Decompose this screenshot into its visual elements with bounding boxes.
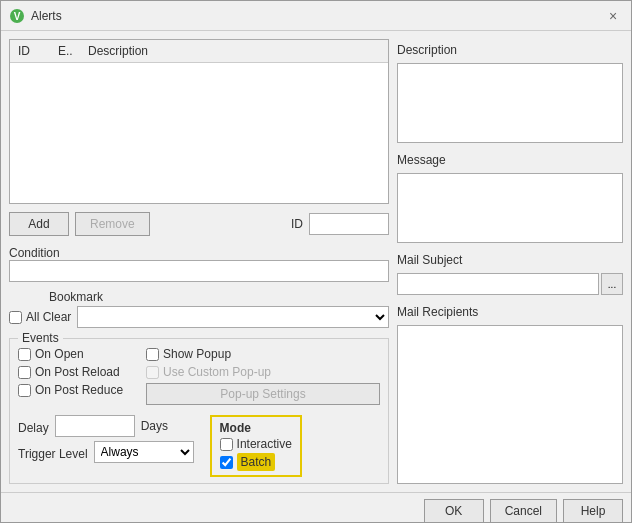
on-post-reduce-label: On Post Reduce bbox=[35, 383, 123, 397]
remove-button[interactable]: Remove bbox=[75, 212, 150, 236]
on-post-reduce-row: On Post Reduce bbox=[18, 383, 138, 397]
mail-subject-input[interactable] bbox=[397, 273, 599, 295]
bookmark-row: Bookmark bbox=[9, 290, 389, 304]
on-open-label: On Open bbox=[35, 347, 84, 361]
use-custom-popup-row: Use Custom Pop-up bbox=[146, 365, 380, 379]
left-panel: ID E.. Description Add Remove ID Conditi… bbox=[9, 39, 389, 484]
message-textarea[interactable] bbox=[397, 173, 623, 243]
use-custom-popup-checkbox[interactable] bbox=[146, 366, 159, 379]
mail-subject-row: ... bbox=[397, 273, 623, 295]
help-button[interactable]: Help bbox=[563, 499, 623, 523]
interactive-row: Interactive bbox=[220, 437, 292, 451]
col-description: Description bbox=[84, 42, 384, 60]
id-field-label: ID bbox=[291, 217, 303, 231]
all-clear-row: All Clear bbox=[9, 306, 389, 328]
show-popup-checkbox[interactable] bbox=[146, 348, 159, 361]
col-id: ID bbox=[14, 42, 54, 60]
show-popup-label: Show Popup bbox=[163, 347, 231, 361]
batch-row: Batch bbox=[220, 453, 292, 471]
batch-checkbox[interactable] bbox=[220, 456, 233, 469]
all-clear-checkbox[interactable] bbox=[9, 311, 22, 324]
description-label: Description bbox=[397, 43, 623, 57]
interactive-checkbox[interactable] bbox=[220, 438, 233, 451]
interactive-label: Interactive bbox=[237, 437, 292, 451]
bookmark-label: Bookmark bbox=[49, 290, 103, 304]
dialog-body: ID E.. Description Add Remove ID Conditi… bbox=[1, 31, 631, 492]
condition-section: Condition bbox=[9, 242, 389, 282]
title-bar: V Alerts × bbox=[1, 1, 631, 31]
condition-input[interactable] bbox=[9, 260, 389, 282]
cancel-button[interactable]: Cancel bbox=[490, 499, 557, 523]
mode-group: Mode Interactive Batch bbox=[210, 415, 302, 477]
on-open-checkbox[interactable] bbox=[18, 348, 31, 361]
on-post-reduce-checkbox[interactable] bbox=[18, 384, 31, 397]
table-header: ID E.. Description bbox=[10, 40, 388, 63]
popup-settings-button[interactable]: Pop-up Settings bbox=[146, 383, 380, 405]
on-open-row: On Open bbox=[18, 347, 138, 361]
batch-label: Batch bbox=[237, 453, 276, 471]
events-right: Show Popup Use Custom Pop-up Pop-up Sett… bbox=[146, 347, 380, 405]
use-custom-popup-label: Use Custom Pop-up bbox=[163, 365, 271, 379]
trigger-level-label: Trigger Level bbox=[18, 447, 88, 461]
svg-text:V: V bbox=[14, 11, 21, 22]
all-clear-checkbox-row: All Clear bbox=[9, 310, 71, 324]
col-e: E.. bbox=[54, 42, 84, 60]
trigger-level-select[interactable]: Always bbox=[94, 441, 194, 463]
delay-trigger-section: Delay Days Trigger Level Always bbox=[18, 411, 194, 463]
all-clear-label: All Clear bbox=[26, 310, 71, 324]
description-textarea[interactable] bbox=[397, 63, 623, 143]
delay-label: Delay bbox=[18, 421, 49, 435]
events-group: Events On Open On Post Reload bbox=[9, 338, 389, 484]
on-post-reload-label: On Post Reload bbox=[35, 365, 120, 379]
alerts-table[interactable]: ID E.. Description bbox=[9, 39, 389, 204]
show-popup-row: Show Popup bbox=[146, 347, 380, 361]
add-button[interactable]: Add bbox=[9, 212, 69, 236]
days-label: Days bbox=[141, 419, 168, 433]
ok-button[interactable]: OK bbox=[424, 499, 484, 523]
mode-title: Mode bbox=[220, 421, 292, 435]
message-label: Message bbox=[397, 153, 623, 167]
events-inner: On Open On Post Reload On Post Reduce bbox=[18, 347, 380, 405]
bottom-row: OK Cancel Help bbox=[1, 492, 631, 523]
mail-subject-browse-button[interactable]: ... bbox=[601, 273, 623, 295]
mail-recipients-label: Mail Recipients bbox=[397, 305, 623, 319]
condition-label: Condition bbox=[9, 246, 389, 260]
add-remove-row: Add Remove ID bbox=[9, 212, 389, 236]
close-button[interactable]: × bbox=[603, 6, 623, 26]
delay-row: Delay Days bbox=[18, 415, 194, 437]
mail-subject-label: Mail Subject bbox=[397, 253, 623, 267]
trigger-row: Trigger Level Always bbox=[18, 441, 194, 463]
right-panel: Description Message Mail Subject ... Mai… bbox=[397, 39, 623, 484]
dialog-title: Alerts bbox=[31, 9, 62, 23]
mail-recipients-textarea[interactable] bbox=[397, 325, 623, 484]
app-icon: V bbox=[9, 8, 25, 24]
on-post-reload-checkbox[interactable] bbox=[18, 366, 31, 379]
events-title: Events bbox=[18, 331, 63, 345]
bookmark-section: Bookmark All Clear bbox=[9, 288, 389, 328]
bookmark-select[interactable] bbox=[77, 306, 389, 328]
events-left: On Open On Post Reload On Post Reduce bbox=[18, 347, 138, 405]
on-post-reload-row: On Post Reload bbox=[18, 365, 138, 379]
delay-input[interactable] bbox=[55, 415, 135, 437]
id-input[interactable] bbox=[309, 213, 389, 235]
alerts-dialog: V Alerts × ID E.. Description Add Remove… bbox=[0, 0, 632, 523]
